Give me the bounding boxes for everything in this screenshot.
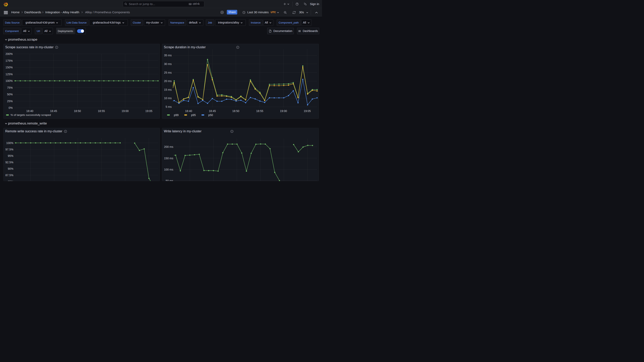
svg-text:25%: 25% (7, 99, 12, 103)
svg-text:50%: 50% (7, 93, 12, 96)
svg-text:20 ms: 20 ms (164, 79, 172, 83)
svg-text:19:00: 19:00 (280, 109, 287, 112)
svg-text:95%: 95% (8, 154, 13, 157)
svg-text:p50: p50 (208, 113, 213, 116)
svg-text:0%: 0% (8, 106, 12, 109)
svg-text:100%: 100% (6, 79, 13, 82)
svg-text:19:05: 19:05 (304, 109, 310, 112)
svg-text:200%: 200% (6, 52, 13, 55)
svg-text:35 ms: 35 ms (164, 54, 172, 57)
svg-text:18:50: 18:50 (232, 109, 239, 112)
svg-text:25 ms: 25 ms (164, 71, 172, 74)
svg-text:175%: 175% (6, 59, 13, 62)
svg-text:15 ms: 15 ms (164, 88, 172, 91)
svg-text:85%: 85% (8, 180, 13, 181)
svg-text:200 ms: 200 ms (164, 145, 173, 148)
svg-text:18:50: 18:50 (74, 109, 81, 112)
svg-text:p99: p99 (174, 113, 179, 116)
svg-text:18:40: 18:40 (185, 109, 192, 112)
svg-text:75%: 75% (7, 86, 12, 89)
svg-text:150%: 150% (6, 66, 13, 69)
svg-text:% of targets successfully scra: % of targets successfully scraped (10, 113, 51, 116)
svg-text:10 ms: 10 ms (164, 96, 172, 100)
svg-text:18:55: 18:55 (98, 109, 105, 112)
svg-text:30 ms: 30 ms (164, 62, 172, 65)
svg-text:100 ms: 100 ms (164, 168, 173, 171)
svg-text:18:55: 18:55 (256, 109, 263, 112)
svg-text:97.5%: 97.5% (5, 148, 13, 151)
svg-text:18:45: 18:45 (50, 109, 57, 112)
svg-text:19:05: 19:05 (145, 109, 152, 112)
svg-text:18:45: 18:45 (209, 109, 216, 112)
svg-text:100%: 100% (6, 141, 13, 144)
svg-text:92.5%: 92.5% (5, 160, 13, 164)
svg-text:87.5%: 87.5% (5, 174, 13, 177)
svg-text:90%: 90% (8, 167, 13, 170)
svg-text:p95: p95 (191, 113, 196, 116)
svg-text:19:00: 19:00 (121, 109, 128, 112)
svg-text:150 ms: 150 ms (164, 156, 173, 160)
svg-text:18:40: 18:40 (26, 109, 33, 112)
svg-text:5 ms: 5 ms (166, 105, 172, 108)
svg-text:50 ms: 50 ms (166, 179, 173, 181)
svg-text:125%: 125% (6, 72, 13, 76)
